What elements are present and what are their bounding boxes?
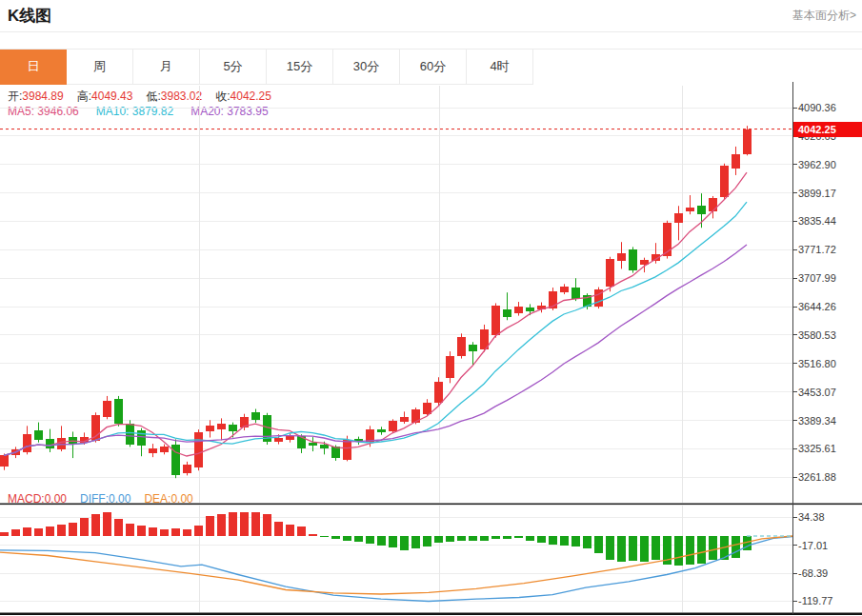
- y-axis-label: 3389.34: [798, 415, 836, 427]
- macd-bar: [331, 536, 340, 539]
- candle-body: [617, 253, 626, 261]
- ma20-line: [4, 245, 747, 455]
- y-axis-label: 3644.26: [798, 301, 836, 312]
- macd-bar: [469, 536, 477, 541]
- macd-bar: [46, 527, 54, 536]
- candle-body: [274, 438, 283, 443]
- candle-body: [331, 447, 340, 458]
- macd-bar: [594, 536, 603, 553]
- macd-bar: [160, 529, 169, 536]
- candle-body: [434, 382, 443, 402]
- macd-bar: [526, 536, 534, 541]
- candle-body: [423, 403, 431, 414]
- macd-bar: [57, 525, 66, 536]
- macd-bar: [206, 516, 214, 536]
- macd-bar: [0, 532, 9, 536]
- macd-bar: [366, 536, 374, 544]
- macd-bar: [549, 536, 557, 545]
- candle-body: [114, 399, 123, 424]
- macd-bar: [137, 526, 146, 536]
- candle-body: [571, 288, 580, 299]
- candle-body: [149, 448, 157, 453]
- macd-bar: [320, 536, 329, 537]
- candlestick-chart[interactable]: [0, 0, 862, 616]
- candle-body: [217, 424, 226, 429]
- macd-bar: [263, 514, 271, 536]
- y-axis-label: -68.39: [798, 567, 828, 579]
- macd-bar: [503, 536, 511, 539]
- candle-body: [743, 129, 752, 155]
- y-axis-label: 3771.72: [798, 244, 836, 255]
- macd-bar: [617, 536, 626, 562]
- macd-bar: [103, 512, 111, 536]
- macd-bar: [217, 514, 226, 536]
- candle-body: [389, 421, 397, 430]
- macd-bar: [652, 536, 660, 560]
- macd-bar: [640, 536, 649, 562]
- candle-body: [446, 356, 454, 378]
- y-axis-label: 4090.36: [798, 102, 836, 113]
- candle-body: [594, 289, 603, 307]
- candle-body: [720, 166, 729, 197]
- candle-body: [46, 439, 54, 447]
- y-axis-label: 3962.90: [798, 159, 836, 170]
- macd-bar: [251, 512, 260, 536]
- macd-bar: [297, 527, 306, 536]
- y-axis-label: 3516.80: [798, 358, 836, 369]
- y-axis-label: 3580.53: [798, 329, 836, 341]
- y-axis-label: -119.77: [798, 595, 833, 606]
- macd-bar: [183, 529, 191, 536]
- candle-body: [34, 430, 43, 440]
- candle-body: [377, 429, 386, 432]
- macd-bar: [411, 536, 420, 548]
- macd-histogram: [0, 512, 752, 566]
- candle-body: [686, 208, 694, 211]
- candle-body: [23, 434, 31, 451]
- candle-body: [183, 465, 191, 473]
- macd-bar: [423, 536, 431, 546]
- candle-body: [606, 259, 614, 287]
- macd-bar: [709, 536, 717, 560]
- macd-bar: [377, 536, 386, 546]
- macd-bar: [434, 536, 443, 543]
- candle-body: [126, 424, 134, 445]
- y-axis-label: 3325.61: [798, 443, 836, 454]
- macd-bar: [400, 536, 409, 550]
- macd-bar: [446, 536, 454, 542]
- macd-bar: [69, 523, 77, 536]
- candle-body: [526, 308, 534, 311]
- candle-body: [286, 436, 294, 440]
- candle-body: [709, 198, 717, 211]
- candle-body: [560, 287, 569, 292]
- macd-bar: [126, 524, 134, 536]
- macd-bar: [114, 519, 123, 536]
- candle-body: [309, 443, 317, 446]
- macd-bar: [389, 536, 397, 547]
- candle-body: [457, 337, 466, 356]
- macd-bar: [91, 514, 100, 536]
- candle-body: [343, 440, 351, 459]
- macd-bar: [674, 536, 683, 566]
- candle-body: [732, 154, 740, 169]
- macd-bar: [457, 536, 466, 541]
- macd-bar: [560, 536, 569, 546]
- macd-bar: [23, 527, 31, 536]
- candle-body: [251, 412, 260, 420]
- macd-bar: [274, 522, 283, 536]
- candle-body: [514, 307, 523, 313]
- macd-bar: [480, 536, 489, 541]
- macd-bar: [34, 528, 43, 536]
- candle-body: [469, 345, 477, 351]
- macd-bar: [697, 536, 706, 564]
- macd-bar: [606, 536, 614, 560]
- macd-bar: [171, 528, 180, 536]
- y-axis-label: 3835.44: [798, 215, 836, 227]
- bottom-border: [0, 613, 862, 616]
- macd-bar: [571, 536, 580, 546]
- macd-bar: [514, 536, 523, 538]
- macd-bar: [194, 526, 203, 536]
- macd-bar: [343, 536, 351, 541]
- candle-body: [491, 306, 500, 335]
- macd-bar: [354, 536, 363, 542]
- y-axis-label: -17.01: [798, 540, 828, 551]
